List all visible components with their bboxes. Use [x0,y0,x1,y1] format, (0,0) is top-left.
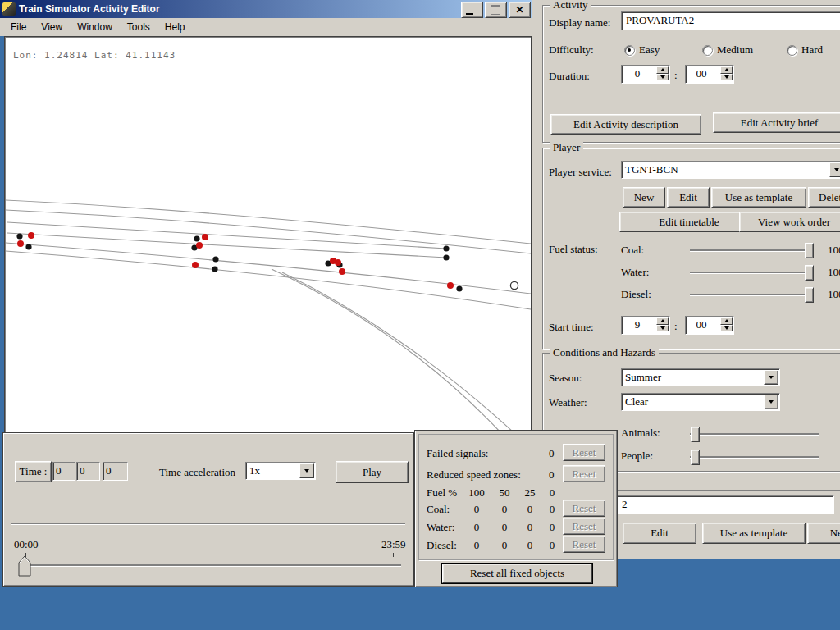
fixed-objects-reset-panel: Failed signals: 0 Reset Reduced speed zo… [414,430,618,587]
activity-legend: Activity [550,0,591,11]
player-use-as-template-button[interactable]: Use as template [711,187,806,208]
app-train-icon [2,2,16,16]
water-reset-button[interactable]: Reset [563,518,605,535]
reset-all-fixed-objects-button[interactable]: Reset all fixed objects [442,564,592,583]
duration-minutes-spinner[interactable]: 00 [685,65,734,84]
arrow-down-icon [724,326,729,332]
water-label: Water: [621,266,649,279]
timeline-track[interactable] [21,564,401,566]
spin-up-button[interactable] [720,317,733,325]
dropdown-button[interactable] [764,370,778,385]
view-work-order-button[interactable]: View work order [739,212,840,232]
coal-reset-button[interactable]: Reset [563,500,605,517]
time-minutes-field[interactable]: 0 [76,462,100,481]
title-bar[interactable]: Train Simulator Activity Editor ✕ [0,0,532,18]
play-button[interactable]: Play [336,461,409,483]
player-edit-button[interactable]: Edit [667,187,710,208]
season-label: Season: [549,372,582,385]
detail-use-as-template-button[interactable]: Use as template [702,523,806,544]
timeline-end-label: 23:59 [381,538,406,551]
diesel-reset-button[interactable]: Reset [563,536,605,553]
map-svg [5,37,531,433]
water-value-0: 0 [540,521,564,534]
failed-signals-value: 0 [549,447,555,460]
spin-down-button[interactable] [656,74,669,81]
difficulty-medium-radio[interactable] [702,45,713,56]
maximize-icon [491,5,500,15]
failed-signals-reset-button[interactable]: Reset [563,444,605,461]
weather-label: Weather: [549,396,587,409]
weather-dropdown[interactable]: Clear [621,393,780,411]
water-slider-thumb[interactable] [805,265,814,281]
duration-hours-spinner[interactable]: 0 [621,65,670,84]
reduced-speed-zones-value: 0 [549,468,555,482]
start-hours-spinner[interactable]: 9 [621,316,670,335]
coal-slider-thumb[interactable] [805,243,814,258]
water-slider-track[interactable] [690,272,811,273]
people-slider-thumb[interactable] [691,450,700,465]
people-slider-track[interactable] [690,456,819,458]
diesel-slider-thumb[interactable] [805,287,814,303]
fuel-status-label: Fuel status: [549,243,598,256]
dropdown-button[interactable] [299,463,314,478]
spin-up-button[interactable] [656,66,669,74]
spin-down-button[interactable] [720,325,733,332]
edit-activity-brief-button[interactable]: Edit Activity brief [713,112,840,133]
coal-value-25: 0 [518,503,542,516]
spin-up-button[interactable] [720,66,733,74]
time-hours-field[interactable]: 0 [52,462,75,481]
timeline-thumb[interactable] [18,555,33,578]
time-acceleration-dropdown[interactable]: 1x [245,462,316,480]
animals-slider-thumb[interactable] [691,427,700,442]
spin-up-button[interactable] [656,317,669,325]
time-button[interactable]: Time : [15,461,52,482]
dropdown-button[interactable] [829,162,840,177]
arrow-up-icon [660,317,665,322]
time-seconds-field[interactable]: 0 [103,462,128,481]
diesel-value-25: 0 [518,539,542,552]
fuel-col-25: 25 [518,486,542,500]
menu-view[interactable]: View [34,20,70,34]
diesel-slider-track[interactable] [690,294,811,295]
display-name-input[interactable]: PROVARUTA2 [621,11,840,30]
difficulty-easy-radio[interactable] [624,45,635,56]
timeline-tick [393,553,394,557]
dropdown-button[interactable] [764,395,778,409]
animals-slider-track[interactable] [690,433,819,435]
spin-down-button[interactable] [656,325,669,332]
reduced-speed-zones-reset-button[interactable]: Reset [563,465,605,482]
arrow-up-icon [724,66,729,71]
difficulty-hard-radio[interactable] [787,45,797,56]
edit-timetable-button[interactable]: Edit timetable [619,212,759,232]
difficulty-medium-label: Medium [717,43,753,57]
player-service-combo[interactable]: TGNT-BCN [621,161,840,179]
menu-tools[interactable]: Tools [120,20,158,34]
arrow-down-icon [660,75,665,81]
maximize-button[interactable] [485,2,507,18]
duration-label: Duration: [549,70,590,83]
menu-file[interactable]: File [3,20,34,34]
close-button[interactable]: ✕ [509,2,531,18]
arrow-down-icon [660,326,665,332]
season-dropdown[interactable]: Summer [621,368,780,386]
difficulty-hard-label: Hard [801,43,823,57]
route-map-view[interactable]: Lon: 1.24814 Lat: 41.11143 [4,36,532,434]
player-new-button[interactable]: New [623,187,665,208]
start-minutes-spinner[interactable]: 00 [685,316,734,335]
menu-help[interactable]: Help [158,20,193,34]
fuel-percent-header: Fuel % [427,486,457,500]
window-title: Train Simulator Activity Editor [19,3,160,15]
chevron-down-icon [304,469,309,475]
player-delete-button[interactable]: Delete [808,187,840,208]
minimize-button[interactable] [461,2,483,18]
water-value-25: 0 [518,521,542,534]
detail-new-button[interactable]: New [807,523,840,544]
start-time-label: Start time: [549,321,594,334]
coal-label: Coal: [621,244,644,257]
coal-slider-track[interactable] [690,249,811,251]
menu-window[interactable]: Window [70,20,120,34]
detail-edit-button[interactable]: Edit [623,523,696,544]
edit-activity-description-button[interactable]: Edit Activity description [550,114,701,135]
spin-down-button[interactable] [720,74,733,81]
difficulty-label: Difficulty: [549,43,594,57]
